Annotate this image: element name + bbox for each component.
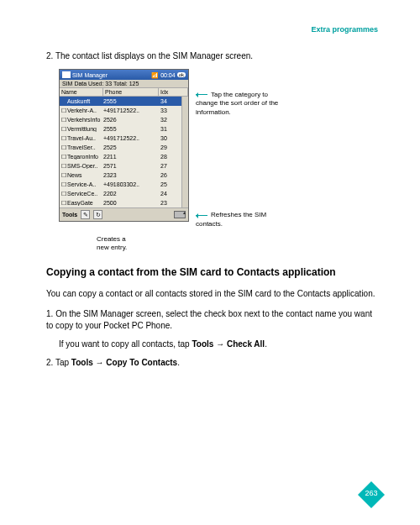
table-row: ☐Vermittlung255531	[60, 124, 181, 134]
row-phone: 2211	[103, 154, 159, 160]
row-phone: 2526	[103, 117, 159, 123]
page-number: 263	[356, 489, 386, 497]
table-row: ☐Verkehr-A..+491712522..33	[60, 106, 181, 115]
signal-icon: 📶	[151, 72, 159, 78]
arrow-icon: →	[213, 339, 227, 349]
row-phone: 2500	[103, 200, 159, 206]
row-checkbox: ☐	[60, 108, 67, 113]
table-row: ☐EasyGate250023	[60, 198, 181, 207]
table-row: ☐Service-A..+491803302..25	[60, 180, 181, 189]
sim-data-status: SIM Data Used: 33 Total: 125	[60, 80, 188, 87]
row-checkbox: ☐	[60, 154, 67, 160]
section-header: Extra programmes	[46, 25, 378, 34]
row-idx: 30	[159, 135, 181, 141]
sim-manager-screenshot: SIM Manager 📶 00:04 ok SIM Data Used: 33…	[59, 69, 189, 222]
tools-bold: Tools	[192, 339, 213, 349]
substep-1-text: On the SIM Manager screen, select the ch…	[46, 309, 372, 330]
table-row: ☐ServiceCe..220224	[60, 189, 181, 198]
page-number-badge: 263	[356, 480, 386, 510]
contact-rows: Auskunft255534☐Verkehr-A..+491712522..33…	[60, 97, 181, 207]
substep-1-extra: If you want to copy all contacts, tap To…	[59, 339, 378, 350]
step-2: 2. The contact list displays on the SIM …	[46, 50, 378, 62]
row-name: Auskunft	[67, 98, 103, 104]
substep-1-extra-a: If you want to copy all contacts, tap	[59, 339, 192, 349]
ok-button: ok	[177, 72, 186, 77]
copyto-bold: Copy To Contacts	[106, 358, 177, 367]
table-row: ☐SMS-Oper..257127	[60, 161, 181, 171]
substep-2-number: 2.	[46, 358, 53, 367]
row-idx: 26	[159, 172, 181, 178]
row-checkbox: ☐	[60, 163, 67, 169]
period: .	[177, 358, 180, 367]
table-row: ☐TegaronInfo221128	[60, 152, 181, 161]
window-titlebar: SIM Manager 📶 00:04 ok	[60, 70, 188, 80]
table-row: ☐VerkehrsInfo252632	[60, 115, 181, 124]
row-phone: 2525	[103, 144, 159, 150]
substep-2: 2. Tap Tools → Copy To Contacts.	[46, 357, 378, 369]
row-name: ServiceCe..	[67, 191, 103, 197]
row-checkbox: ☐	[60, 135, 67, 141]
row-phone: 2555	[103, 98, 159, 104]
table-row: ☐News232326	[60, 171, 181, 180]
row-name: VerkehrsInfo	[67, 117, 103, 123]
scrollbar	[181, 97, 188, 207]
row-phone: 2555	[103, 126, 159, 132]
row-checkbox: ☐	[60, 126, 67, 132]
row-phone: 2571	[103, 163, 159, 169]
row-phone: +491803302..	[103, 181, 159, 187]
row-idx: 29	[159, 144, 181, 150]
col-name: Name	[60, 88, 103, 96]
row-name: TegaronInfo	[67, 154, 103, 160]
callout-arrow-icon	[196, 92, 211, 97]
step-2-text: The contact list displays on the SIM Man…	[55, 51, 253, 60]
row-phone: 2202	[103, 191, 159, 197]
row-name: Service-A..	[67, 181, 103, 187]
new-entry-button: ✎	[81, 210, 90, 219]
row-name: News	[67, 172, 103, 178]
col-phone: Phone	[103, 88, 159, 96]
row-idx: 32	[159, 117, 181, 123]
row-checkbox: ☐	[60, 144, 67, 150]
column-headers: Name Phone Idx	[60, 87, 188, 97]
row-idx: 25	[159, 181, 181, 187]
substep-2-text-a: Tap	[55, 358, 71, 367]
substep-1-number: 1.	[46, 309, 53, 318]
row-idx: 27	[159, 163, 181, 169]
row-idx: 31	[159, 126, 181, 132]
row-name: SMS-Oper..	[67, 163, 103, 169]
step-2-number: 2.	[46, 51, 53, 60]
intro-paragraph: You can copy a contact or all contacts s…	[46, 288, 378, 300]
bottom-toolbar: Tools ✎ ↻	[60, 207, 188, 221]
callout-new-text: Creates a new entry.	[97, 235, 139, 251]
row-phone: +491712522..	[103, 108, 159, 113]
row-name: TravelSer..	[67, 144, 103, 150]
clock-text: 00:04	[160, 72, 176, 78]
row-idx: 33	[159, 108, 181, 113]
substep-1: 1. On the SIM Manager screen, select the…	[46, 308, 378, 332]
row-checkbox: ☐	[60, 191, 67, 197]
row-checkbox: ☐	[60, 172, 67, 178]
row-phone: 2323	[103, 172, 159, 178]
row-phone: +491712522..	[103, 135, 159, 141]
tools-menu: Tools	[62, 212, 77, 218]
period: .	[265, 339, 267, 349]
tools-bold-2: Tools	[71, 358, 93, 367]
row-name: EasyGate	[67, 200, 103, 206]
table-row: Auskunft255534	[60, 97, 181, 106]
callout-refresh: Refreshes the SIM contacts.	[196, 211, 288, 228]
table-row: ☐Travel-Au..+491712522..30	[60, 134, 181, 143]
row-name: Travel-Au..	[67, 135, 103, 141]
window-title: SIM Manager	[72, 72, 150, 78]
row-idx: 23	[159, 200, 181, 206]
windows-start-icon	[62, 71, 71, 78]
callout-arrow-icon	[196, 213, 211, 218]
subsection-heading: Copying a contact from the SIM card to C…	[46, 266, 378, 280]
row-name: Verkehr-A..	[67, 108, 103, 113]
refresh-button: ↻	[93, 210, 102, 219]
row-checkbox: ☐	[60, 181, 67, 187]
col-idx: Idx	[159, 88, 188, 96]
row-idx: 24	[159, 191, 181, 197]
checkall-bold: Check All	[227, 339, 265, 349]
row-checkbox: ☐	[60, 200, 67, 206]
table-row: ☐TravelSer..252529	[60, 143, 181, 152]
